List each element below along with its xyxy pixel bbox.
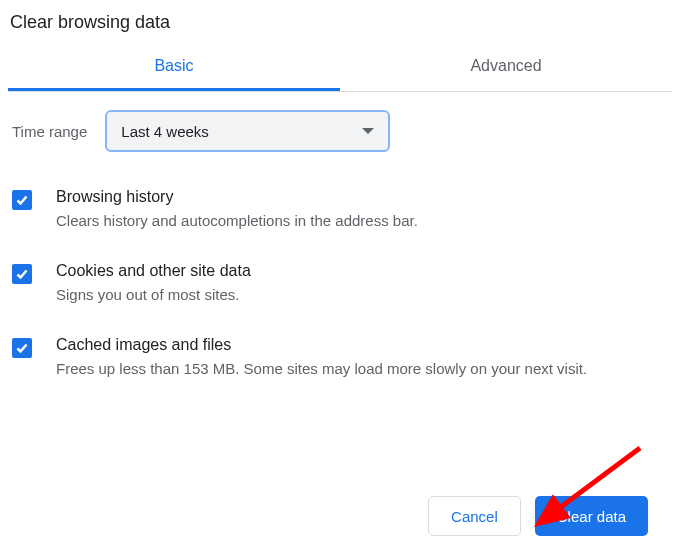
tabs: Basic Advanced xyxy=(8,45,672,92)
checkbox-cookies[interactable] xyxy=(12,264,32,284)
tab-basic[interactable]: Basic xyxy=(8,45,340,91)
option-title: Browsing history xyxy=(56,188,662,206)
time-range-select[interactable]: Last 4 weeks xyxy=(105,110,390,152)
clear-browsing-data-dialog: Clear browsing data Basic Advanced Time … xyxy=(0,0,680,405)
option-title: Cookies and other site data xyxy=(56,262,662,280)
option-browsing-history: Browsing history Clears history and auto… xyxy=(12,184,668,258)
checkbox-cache[interactable] xyxy=(12,338,32,358)
dialog-title: Clear browsing data xyxy=(8,8,672,45)
checkmark-icon xyxy=(15,193,29,207)
tab-advanced[interactable]: Advanced xyxy=(340,45,672,91)
content-area: Time range Last 4 weeks Browsing history… xyxy=(8,92,672,405)
option-desc: Clears history and autocompletions in th… xyxy=(56,210,662,232)
time-range-row: Time range Last 4 weeks xyxy=(12,110,668,152)
checkmark-icon xyxy=(15,341,29,355)
chevron-down-icon xyxy=(362,128,374,134)
checkbox-browsing-history[interactable] xyxy=(12,190,32,210)
time-range-label: Time range xyxy=(12,123,87,140)
time-range-value: Last 4 weeks xyxy=(121,123,209,140)
option-desc: Frees up less than 153 MB. Some sites ma… xyxy=(56,358,662,380)
cancel-button[interactable]: Cancel xyxy=(428,496,521,536)
dialog-footer: Cancel Clear data xyxy=(428,496,648,536)
checkmark-icon xyxy=(15,267,29,281)
option-desc: Signs you out of most sites. xyxy=(56,284,662,306)
option-title: Cached images and files xyxy=(56,336,662,354)
option-cookies: Cookies and other site data Signs you ou… xyxy=(12,258,668,332)
option-cache: Cached images and files Frees up less th… xyxy=(12,332,668,406)
clear-data-button[interactable]: Clear data xyxy=(535,496,648,536)
